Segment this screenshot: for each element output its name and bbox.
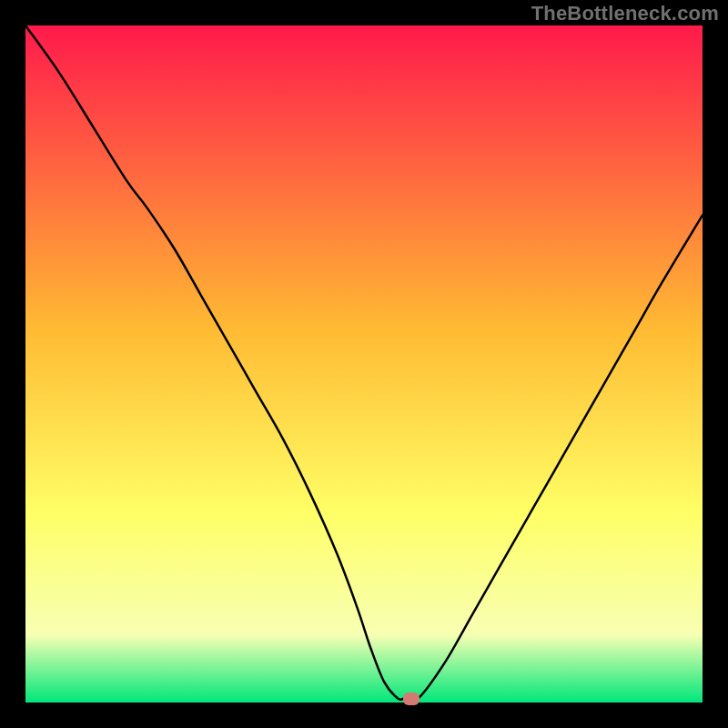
optimum-marker bbox=[403, 693, 420, 705]
watermark-text: TheBottleneck.com bbox=[531, 2, 719, 25]
plot-area bbox=[25, 25, 703, 703]
chart-svg bbox=[25, 25, 703, 703]
chart-frame: TheBottleneck.com bbox=[0, 0, 728, 728]
gradient-background bbox=[25, 25, 703, 703]
